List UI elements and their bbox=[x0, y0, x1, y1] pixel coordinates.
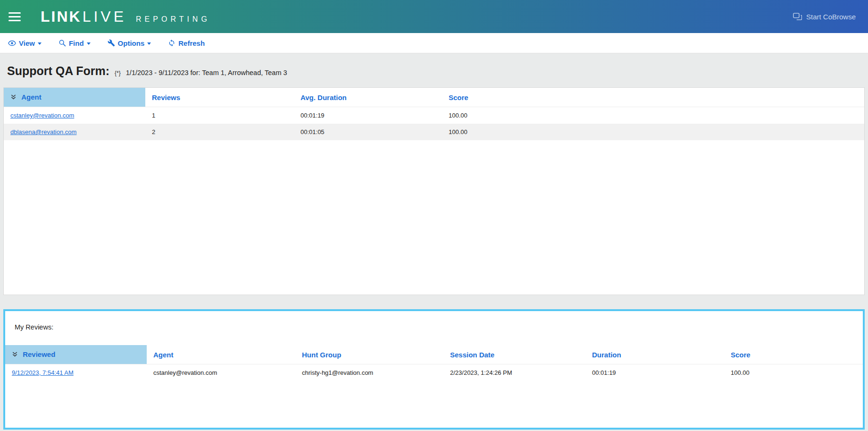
agents-table: Agent Reviews Avg. Duration Score cstanl… bbox=[4, 88, 864, 140]
reviews-cell: 1 bbox=[145, 107, 294, 124]
find-menu-button[interactable]: Find bbox=[58, 39, 91, 47]
brand-logo: LINK LIVE REPORTING bbox=[41, 8, 210, 25]
brand-bold-text: LINK bbox=[41, 8, 82, 25]
reviews-column-header-session-date[interactable]: Session Date bbox=[443, 345, 585, 364]
find-menu-label: Find bbox=[69, 39, 84, 47]
reviews-column-header-score[interactable]: Score bbox=[724, 345, 863, 364]
table-row: 9/12/2023, 7:54:41 AM cstanley@revation.… bbox=[5, 364, 863, 381]
agents-column-header-agent[interactable]: Agent bbox=[4, 88, 145, 107]
table-row: dblasena@revation.com 2 00:01:05 100.00 bbox=[4, 124, 864, 140]
toolbar: View Find Options Refresh bbox=[0, 33, 868, 53]
double-chevron-down-icon bbox=[10, 93, 18, 101]
reviews-column-header-duration[interactable]: Duration bbox=[585, 345, 724, 364]
wrench-icon bbox=[108, 39, 115, 47]
table-row: cstanley@revation.com 1 00:01:19 100.00 bbox=[4, 107, 864, 124]
score-cell: 100.00 bbox=[442, 124, 864, 140]
reviewed-link[interactable]: 9/12/2023, 7:54:41 AM bbox=[12, 369, 74, 376]
score-cell: 100.00 bbox=[442, 107, 864, 124]
view-menu-label: View bbox=[19, 39, 35, 47]
refresh-icon bbox=[168, 39, 175, 47]
duration-cell: 00:01:19 bbox=[585, 364, 724, 381]
agents-column-header-score[interactable]: Score bbox=[442, 88, 864, 107]
view-menu-button[interactable]: View bbox=[8, 39, 42, 47]
double-chevron-down-icon bbox=[12, 351, 20, 359]
start-cobrowse-button[interactable]: Start CoBrowse bbox=[793, 13, 856, 21]
caret-down-icon bbox=[147, 42, 151, 45]
agents-column-header-reviews[interactable]: Reviews bbox=[145, 88, 294, 107]
cobrowse-screen-icon bbox=[793, 13, 802, 20]
my-reviews-panel: My Reviews: Reviewed Agent Hunt Group Se… bbox=[3, 309, 865, 430]
title-badge: {*} bbox=[115, 70, 121, 76]
options-menu-label: Options bbox=[118, 39, 145, 47]
reviews-column-header-agent[interactable]: Agent bbox=[147, 345, 295, 364]
agents-table-header-row: Agent Reviews Avg. Duration Score bbox=[4, 88, 864, 107]
brand-sub-text: REPORTING bbox=[136, 15, 210, 24]
app-header: LINK LIVE REPORTING Start CoBrowse bbox=[0, 0, 868, 33]
reviews-column-header-hunt-group[interactable]: Hunt Group bbox=[295, 345, 443, 364]
hamburger-menu-icon[interactable] bbox=[8, 12, 21, 21]
agent-cell: cstanley@revation.com bbox=[147, 364, 295, 381]
refresh-label: Refresh bbox=[178, 39, 205, 47]
page-title-row: Support QA Form: {*} 1/1/2023 - 9/11/202… bbox=[0, 53, 868, 87]
avg-duration-cell: 00:01:05 bbox=[294, 124, 442, 140]
eye-icon bbox=[8, 39, 16, 47]
agent-link[interactable]: cstanley@revation.com bbox=[10, 112, 74, 119]
search-icon bbox=[58, 39, 66, 47]
page-title: Support QA Form: bbox=[7, 64, 109, 78]
reviews-cell: 2 bbox=[145, 124, 294, 140]
reviews-table-header-row: Reviewed Agent Hunt Group Session Date D… bbox=[5, 345, 863, 364]
caret-down-icon bbox=[87, 42, 91, 45]
my-reviews-label: My Reviews: bbox=[5, 311, 863, 331]
brand-light-text: LIVE bbox=[83, 8, 126, 25]
score-cell: 100.00 bbox=[724, 364, 863, 381]
agents-panel: Agent Reviews Avg. Duration Score cstanl… bbox=[3, 87, 865, 295]
agents-column-header-avg-duration[interactable]: Avg. Duration bbox=[294, 88, 442, 107]
my-reviews-table: Reviewed Agent Hunt Group Session Date D… bbox=[5, 345, 863, 381]
session-date-cell: 2/23/2023, 1:24:26 PM bbox=[443, 364, 585, 381]
options-menu-button[interactable]: Options bbox=[108, 39, 151, 47]
title-date-range: 1/1/2023 - 9/11/2023 for: Team 1, Arrowh… bbox=[126, 69, 287, 76]
reviews-column-header-reviewed[interactable]: Reviewed bbox=[5, 345, 147, 364]
agent-link[interactable]: dblasena@revation.com bbox=[10, 128, 76, 135]
refresh-button[interactable]: Refresh bbox=[168, 39, 205, 47]
avg-duration-cell: 00:01:19 bbox=[294, 107, 442, 124]
hunt-group-cell: christy-hg1@revation.com bbox=[295, 364, 443, 381]
cobrowse-label: Start CoBrowse bbox=[806, 13, 856, 21]
caret-down-icon bbox=[38, 42, 42, 45]
